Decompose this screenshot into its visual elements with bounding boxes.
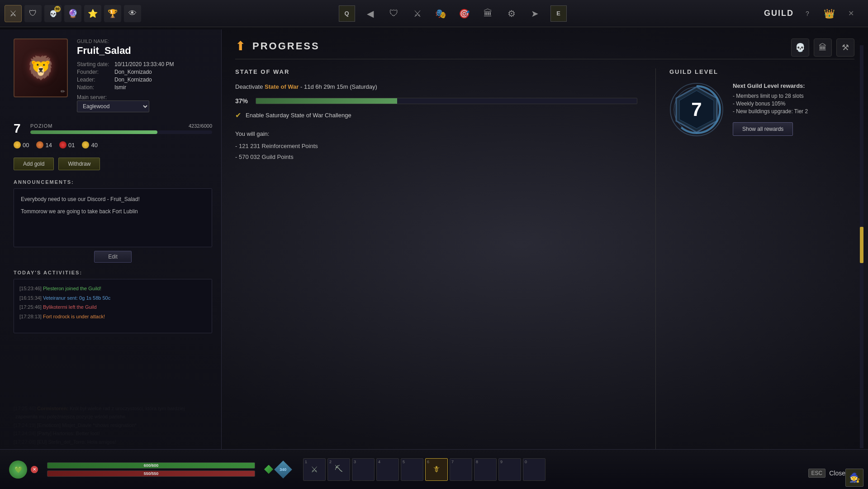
guild-emblem-edit-icon[interactable]: ✏ xyxy=(61,88,65,95)
sow-progress-bar-container: 37% xyxy=(235,97,637,105)
guild-name: Fruit_Salad xyxy=(77,45,212,57)
guild-header: 🦁 ✏ Guild name: Fruit_Salad Starting dat… xyxy=(14,38,212,112)
progress-columns: STATE OF WAR Deactivate State of War - 1… xyxy=(235,68,854,465)
nav-sword-icon[interactable]: ⚔ xyxy=(409,5,426,22)
close-label[interactable]: Close xyxy=(829,470,845,477)
slot-num-1: 1 xyxy=(305,460,307,464)
next-level-rewards-title: Next Guild Level rewards: xyxy=(733,82,854,89)
guild-emblem-image: 🦁 xyxy=(27,55,55,81)
coin-icon xyxy=(82,141,89,149)
nav-crown-icon[interactable]: 🏛 xyxy=(480,5,496,22)
health-bar-text: 600/600 xyxy=(144,463,159,468)
hud-status-icons: 💚 ✕ xyxy=(9,460,38,479)
slot-num-0: 0 xyxy=(525,460,527,464)
guild-crystals-item: 14 xyxy=(36,141,52,149)
character-icon[interactable]: 🧙 xyxy=(845,469,863,487)
char-icon-1[interactable]: ⚔ xyxy=(5,5,22,22)
guild-nation-label: Nation: xyxy=(77,84,111,91)
slot-icon-2: ⛏ xyxy=(335,465,343,474)
ruby-icon xyxy=(59,141,66,149)
skill-slot-5[interactable]: 5 xyxy=(401,458,423,481)
esc-key-label[interactable]: ESC xyxy=(808,469,826,478)
edit-announcements-button[interactable]: Edit xyxy=(94,251,132,263)
guild-info: Guild name: Fruit_Salad Starting date: 1… xyxy=(77,38,212,112)
guild-coins-value: 40 xyxy=(91,142,97,149)
char-icon-6[interactable]: 🏆 xyxy=(104,5,121,22)
guild-rubies-item: 01 xyxy=(59,141,75,149)
slot-num-3: 3 xyxy=(354,460,356,464)
left-panel: 🦁 ✏ Guild name: Fruit_Salad Starting dat… xyxy=(0,29,222,489)
progress-tabs: 💀 🏛 ⚒ xyxy=(791,38,854,57)
right-panel: ⬆ PROGRESS 💀 🏛 ⚒ STATE OF WAR Deactivate… xyxy=(222,29,868,489)
nav-compass-icon[interactable]: 🎯 xyxy=(456,5,473,22)
char-icon-7[interactable]: 👁 xyxy=(124,5,141,22)
skill-slot-7[interactable]: 7 xyxy=(450,458,472,481)
char-icon-5[interactable]: ⭐ xyxy=(84,5,101,22)
nav-shield-icon[interactable]: 🛡 xyxy=(386,5,402,22)
slot-icon-1: ⚔ xyxy=(311,465,318,475)
guild-help-icon[interactable]: ? xyxy=(799,5,816,22)
guild-server-row: Main server: xyxy=(77,94,212,101)
nav-q-icon[interactable]: Q xyxy=(339,5,355,22)
announcements-header: ANNOUNCEMENTS: xyxy=(14,179,212,185)
skill-slot-6[interactable]: 6 🗡 xyxy=(425,458,448,481)
guild-close-icon[interactable]: ✕ xyxy=(843,5,859,22)
progress-tab-skull[interactable]: 💀 xyxy=(791,38,809,57)
guild-level-badge: 7 xyxy=(669,82,724,137)
guild-server-select[interactable]: Eaglewood xyxy=(77,101,149,112)
state-of-war-title: STATE OF WAR xyxy=(235,68,637,75)
activity-time-4: [17:28:13] xyxy=(19,314,42,319)
nav-back-icon[interactable]: ◀ xyxy=(362,5,379,22)
slot-num-5: 5 xyxy=(403,460,405,464)
slot-icon-6: 🗡 xyxy=(432,465,441,474)
progress-title: PROGRESS xyxy=(252,40,320,52)
crystal-icon xyxy=(36,141,43,149)
char-icon-2[interactable]: 🛡 xyxy=(24,5,42,22)
sow-link[interactable]: State of War xyxy=(265,83,299,90)
guild-starting-date-row: Starting date: 10/11/2020 13:33:40 PM xyxy=(77,61,212,67)
nav-mask-icon[interactable]: 🎭 xyxy=(433,5,449,22)
sow-gain-item-2: - 570 032 Guild Points xyxy=(235,152,637,162)
char-icon-4[interactable]: 🔮 xyxy=(64,5,81,22)
activity-time-1: [15:23:46] xyxy=(19,286,42,291)
nav-e-icon[interactable]: E xyxy=(550,5,567,22)
add-gold-button[interactable]: Add gold xyxy=(14,158,54,170)
skill-slot-2[interactable]: 2 ⛏ xyxy=(327,458,350,481)
guild-level-info: POZIOM 4232/6000 xyxy=(30,123,212,134)
sow-time-text: - 11d 6h 29m 15m (Saturday) xyxy=(300,83,377,90)
skill-slot-8[interactable]: 8 xyxy=(474,458,497,481)
guild-xp-bar-fill xyxy=(30,130,157,134)
progress-tab-tools[interactable]: ⚒ xyxy=(836,38,854,57)
guild-starting-date: 10/11/2020 13:33:40 PM xyxy=(114,61,174,67)
activity-text-2: Veteiranur sent: 0g 1s 58b 50c xyxy=(43,295,110,301)
skill-slot-9[interactable]: 9 xyxy=(498,458,521,481)
char-icon-3[interactable]: 💀 50 xyxy=(44,5,62,22)
show-all-rewards-button[interactable]: Show all rewards xyxy=(733,122,793,136)
nav-center-icons: Q ◀ 🛡 ⚔ 🎭 🎯 🏛 ⚙ ➤ E xyxy=(141,5,764,22)
state-of-war-section: STATE OF WAR Deactivate State of War - 1… xyxy=(235,68,655,465)
nav-right-area: GUILD ? 👑 ✕ xyxy=(764,5,868,22)
skill-slot-1[interactable]: 1 ⚔ xyxy=(303,458,326,481)
guild-leader: Don_Kornizado xyxy=(114,77,152,83)
nav-gear-icon[interactable]: ⚙ xyxy=(503,5,520,22)
slot-num-9: 9 xyxy=(500,460,503,464)
guild-founder: Don_Kornizado xyxy=(114,69,152,75)
guild-name-label: Guild name: xyxy=(77,38,212,44)
activity-item-1: [15:23:46] Plesteron joined the Guild! xyxy=(19,285,206,292)
guild-level-rewards-info: Next Guild Level rewards: - Members limi… xyxy=(733,82,854,136)
skill-slot-0[interactable]: 0 xyxy=(523,458,545,481)
slot-num-4: 4 xyxy=(378,460,380,464)
guild-nation: Ismir xyxy=(114,84,126,91)
bottom-hud: 💚 ✕ 600/600 550/550 340 1 ⚔ 2 ⛏ xyxy=(0,449,868,489)
withdraw-button[interactable]: Withdraw xyxy=(58,158,100,170)
guild-nation-row: Nation: Ismir xyxy=(77,84,212,91)
sow-challenge-text: Enable Saturday State of War Challenge xyxy=(246,112,351,119)
guild-crown-icon[interactable]: 👑 xyxy=(821,5,837,22)
sow-bar-background xyxy=(256,98,637,104)
activity-item-2: [16:15:34] Veteiranur sent: 0g 1s 58b 50… xyxy=(19,294,206,302)
skill-slot-4[interactable]: 4 xyxy=(376,458,399,481)
nav-arrow-icon[interactable]: ➤ xyxy=(527,5,543,22)
guild-level-section: 7 POZIOM 4232/6000 xyxy=(14,121,212,136)
progress-tab-house[interactable]: 🏛 xyxy=(814,38,832,57)
skill-slot-3[interactable]: 3 xyxy=(352,458,375,481)
